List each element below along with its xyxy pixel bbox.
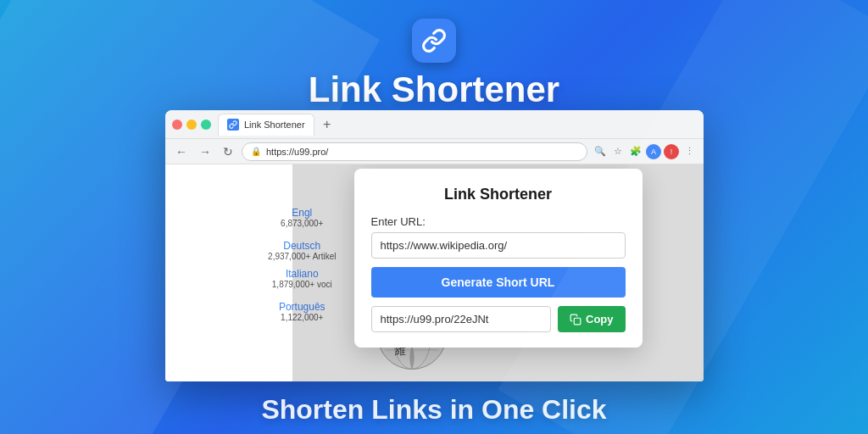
new-tab-button[interactable]: + <box>318 115 337 134</box>
profile-icon[interactable]: A <box>646 144 661 159</box>
link-shortener-popup: Link Shortener Enter URL: Generate Short… <box>354 169 643 348</box>
search-icon[interactable]: 🔍 <box>593 144 608 159</box>
window-controls: ✕ <box>172 120 211 130</box>
extensions-icon[interactable]: 🧩 <box>628 144 643 159</box>
tab-favicon <box>227 119 239 131</box>
popup-title: Link Shortener <box>371 186 626 203</box>
tab-bar: Link Shortener + <box>218 114 697 136</box>
menu-icon[interactable]: ⋮ <box>682 144 697 159</box>
notification-icon[interactable]: ! <box>664 144 679 159</box>
bookmark-icon[interactable]: ☆ <box>610 144 626 159</box>
active-tab[interactable]: Link Shortener <box>218 114 314 136</box>
copy-label: Copy <box>586 313 614 326</box>
main-title: Link Shortener <box>309 70 559 110</box>
browser-nav: ← → ↻ 🔒 https://u99.pro/ 🔍 ☆ 🧩 A ! ⋮ <box>165 139 704 164</box>
maximize-button[interactable] <box>201 120 211 130</box>
copy-icon <box>570 314 581 326</box>
result-row: Copy <box>371 306 626 332</box>
refresh-button[interactable]: ↻ <box>220 143 236 160</box>
address-bar[interactable]: 🔒 https://u99.pro/ <box>242 142 587 161</box>
popup-overlay: Link Shortener Enter URL: Generate Short… <box>292 164 704 381</box>
svg-rect-8 <box>574 318 581 325</box>
close-button[interactable]: ✕ <box>172 120 182 130</box>
page-wrapper: Link Shortener ✕ Link Shortener <box>0 0 868 434</box>
browser-window: ✕ Link Shortener + ← <box>165 110 704 381</box>
generate-button[interactable]: Generate Short URL <box>371 267 626 298</box>
forward-button[interactable]: → <box>196 143 214 160</box>
tab-label: Link Shortener <box>244 120 305 130</box>
browser-chrome: ✕ Link Shortener + <box>165 110 704 139</box>
bottom-subtitle: Shorten Links in One Click <box>0 394 868 434</box>
url-label: Enter URL: <box>371 215 626 228</box>
back-button[interactable]: ← <box>172 143 191 160</box>
app-icon <box>412 19 456 63</box>
address-text: https://u99.pro/ <box>266 147 328 157</box>
url-input[interactable] <box>371 232 626 259</box>
browser-icons: 🔍 ☆ 🧩 A ! ⋮ <box>593 144 697 159</box>
browser-content: Engl 6,873,000+ 日本語 1,427,000+ 記事 Deutsc… <box>165 164 704 381</box>
copy-button[interactable]: Copy <box>558 306 626 332</box>
minimize-button[interactable] <box>186 120 197 130</box>
result-url-input[interactable] <box>371 306 552 332</box>
